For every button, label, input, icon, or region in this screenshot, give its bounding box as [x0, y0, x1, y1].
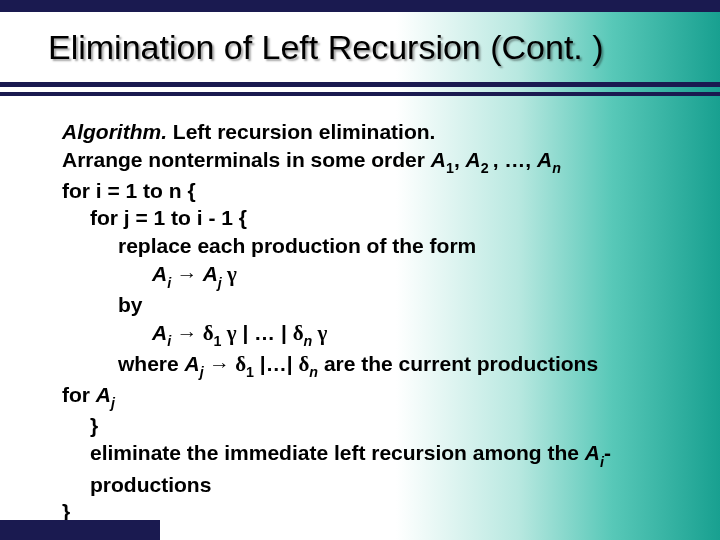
comma-1: , [454, 148, 466, 171]
sub-2: 2 [481, 160, 493, 176]
gamma-1: γ [222, 262, 237, 286]
gamma-3: γ [312, 321, 327, 345]
sub-j: j [218, 275, 222, 291]
title-underline [0, 82, 720, 98]
algo-arrange: Arrange nonterminals in some order A1, A… [62, 146, 672, 177]
sym-A1: A [431, 148, 446, 171]
sym-A2: A [466, 148, 481, 171]
algo-arrange-prefix: Arrange nonterminals in some order [62, 148, 431, 171]
sub-n: n [552, 160, 561, 176]
eliminate-dash: - [604, 441, 611, 464]
sub-j-3: j [111, 395, 115, 411]
sym-Aj: A [203, 262, 218, 285]
for-Aj-pref: for [62, 383, 96, 406]
sym-Ai-2: A [152, 321, 167, 344]
algo-replace: replace each production of the form [62, 232, 672, 260]
algo-heading-label: Algorithm. [62, 120, 167, 143]
where-mid: |…| [254, 352, 298, 375]
sym-An: A [537, 148, 552, 171]
algo-close-inner: } [62, 412, 672, 440]
slide-title: Elimination of Left Recursion (Cont. ) [48, 28, 604, 67]
algo-prod-form: Ai → Aj γ [62, 260, 672, 291]
algo-heading: Algorithm. Left recursion elimination. [62, 118, 672, 146]
delta-n: δ [293, 321, 304, 345]
sub-i: i [167, 275, 171, 291]
sub-i-3: i [600, 454, 604, 470]
sub-j-2: j [200, 364, 204, 380]
sub-n3: n [309, 364, 318, 380]
arrow-1: → [171, 262, 203, 286]
sub-1b: 1 [214, 333, 222, 349]
title-underline-thin [0, 92, 720, 96]
sub-1c: 1 [246, 364, 254, 380]
sym-Ai: A [152, 262, 167, 285]
algorithm-body: Algorithm. Left recursion elimination. A… [62, 118, 672, 526]
algo-for-Aj: for Aj [62, 381, 672, 412]
arrow-3: → [204, 352, 236, 376]
delta-1: δ [203, 321, 214, 345]
sub-i-2: i [167, 333, 171, 349]
algo-eliminate-1: eliminate the immediate left recursion a… [62, 439, 672, 470]
top-accent-bar [0, 0, 720, 12]
sym-Aj-2: A [185, 352, 200, 375]
algo-where: where Aj → δ1 |…| δn are the current pro… [62, 350, 672, 381]
sub-n2: n [304, 333, 313, 349]
eliminate-text: eliminate the immediate left recursion a… [90, 441, 585, 464]
where-pref: where [118, 352, 185, 375]
where-suf: are the current productions [318, 352, 598, 375]
sub-1: 1 [446, 160, 454, 176]
sym-Ai-3: A [585, 441, 600, 464]
algo-heading-text: Left recursion elimination. [167, 120, 435, 143]
delta-nb: δ [298, 352, 309, 376]
algo-for-j: for j = 1 to i - 1 { [62, 204, 672, 232]
algo-eliminate-2: productions [62, 471, 672, 499]
bars-mid: | … | [237, 321, 293, 344]
title-underline-thick [0, 82, 720, 87]
algo-for-i: for i = 1 to n { [62, 177, 672, 205]
algo-by: by [62, 291, 672, 319]
sym-Aj-3: A [96, 383, 111, 406]
arrow-2: → [171, 321, 203, 345]
ellipsis-1: , …, [493, 148, 537, 171]
delta-1b: δ [235, 352, 246, 376]
bottom-accent-bar [0, 520, 160, 540]
slide: Elimination of Left Recursion (Cont. ) A… [0, 0, 720, 540]
gamma-2: γ [221, 321, 236, 345]
algo-prod-repl: Ai → δ1 γ | … | δn γ [62, 319, 672, 350]
